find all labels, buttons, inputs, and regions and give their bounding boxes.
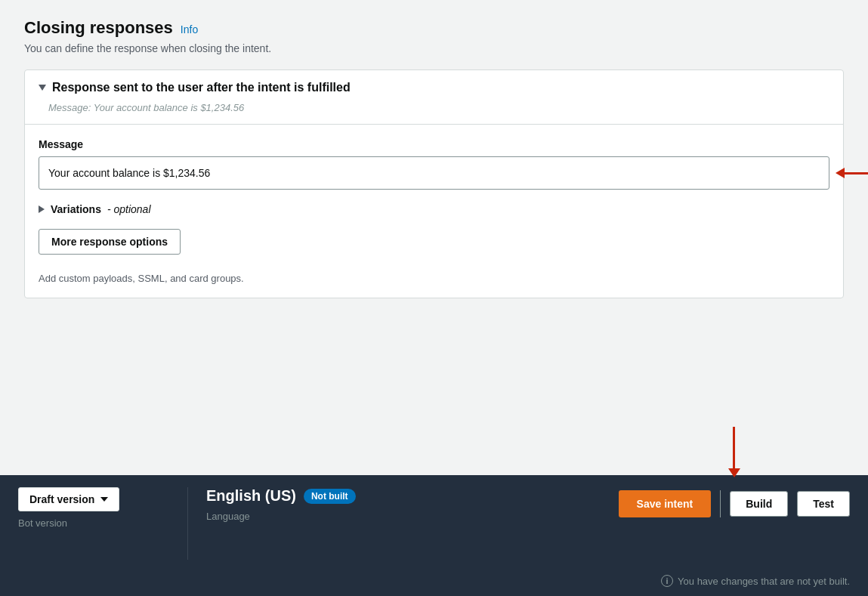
build-button[interactable]: Build — [730, 491, 788, 517]
language-label: Language — [206, 511, 356, 522]
save-intent-button[interactable]: Save intent — [619, 490, 712, 517]
closing-responses-card: Response sent to the user after the inte… — [24, 69, 844, 298]
language-title: English (US) — [206, 487, 296, 505]
toolbar-bottom: i You have changes that are not yet buil… — [0, 569, 868, 596]
toolbar-top: Draft version Bot version English (US) N… — [0, 475, 868, 569]
variations-label: Variations — [51, 203, 101, 215]
arrow-head-left-icon — [836, 168, 845, 178]
not-built-badge: Not built — [304, 489, 356, 504]
main-content: Closing responses Info You can define th… — [0, 0, 868, 475]
arrow-line-horizontal — [845, 172, 868, 174]
page-title: Closing responses — [24, 18, 173, 38]
language-row: English (US) Not built — [206, 487, 356, 505]
bot-version-label: Bot version — [18, 517, 169, 529]
collapsible-header[interactable]: Response sent to the user after the inte… — [25, 70, 843, 102]
bottom-toolbar: Draft version Bot version English (US) N… — [0, 475, 868, 596]
draft-version-label: Draft version — [29, 493, 94, 505]
collapsible-title: Response sent to the user after the inte… — [52, 81, 351, 94]
toolbar-vertical-divider — [187, 487, 188, 560]
page-header: Closing responses Info — [24, 18, 844, 38]
collapse-triangle-icon — [39, 85, 46, 91]
toolbar-actions: Save intent Build Test — [619, 487, 850, 517]
more-response-options-button[interactable]: More response options — [39, 229, 181, 255]
arrow-head-down-icon — [728, 468, 740, 477]
message-input[interactable] — [39, 156, 829, 190]
red-arrow-down-indicator — [728, 427, 740, 477]
toolbar-left: Draft version Bot version — [18, 487, 169, 529]
info-link[interactable]: Info — [181, 23, 198, 36]
arrow-line-vertical — [733, 427, 735, 468]
message-field-label: Message — [39, 138, 829, 150]
draft-version-button[interactable]: Draft version — [18, 487, 119, 511]
variations-row[interactable]: Variations - optional — [39, 203, 829, 215]
changes-info: i You have changes that are not yet buil… — [661, 575, 850, 587]
more-options-footer-text: Add custom payloads, SSML, and card grou… — [25, 273, 843, 298]
red-arrow-left-indicator — [836, 168, 868, 178]
variations-optional-text: - optional — [107, 203, 151, 215]
collapsible-subtitle: Message: Your account balance is $1,234.… — [25, 102, 843, 124]
message-input-wrapper — [39, 156, 829, 190]
page-subtitle: You can define the response when closing… — [24, 42, 844, 54]
info-circle-icon: i — [661, 575, 673, 587]
button-divider — [720, 490, 721, 517]
draft-version-chevron-icon — [100, 497, 108, 502]
toolbar-middle: English (US) Not built Language — [206, 487, 356, 522]
card-body: Message Variations - optional More respo… — [25, 125, 843, 273]
changes-text: You have changes that are not yet built. — [678, 576, 850, 587]
variations-triangle-icon — [39, 205, 45, 213]
test-button[interactable]: Test — [797, 491, 850, 517]
